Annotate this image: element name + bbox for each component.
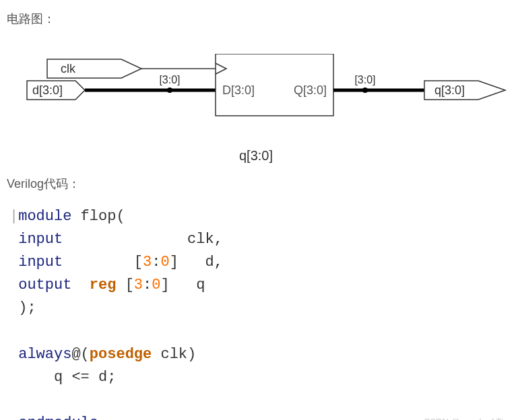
heading-code: Verilog代码：	[7, 176, 518, 192]
port-d-label: D[3:0]	[222, 83, 255, 97]
verilog-code: |module flop( input clk, input [3:0] d, …	[7, 205, 518, 420]
bus-out-label: [3:0]	[354, 74, 375, 85]
svg-point-4	[167, 88, 172, 93]
clk-label: clk	[61, 62, 76, 75]
watermark: CSDN @march of Time	[424, 417, 515, 420]
diagram-caption: q[3:0]	[7, 148, 505, 164]
circuit-diagram: clk d[3:0] [3:0] D[3:0] Q[3:0] [3:0] q[3…	[13, 54, 512, 135]
svg-point-7	[362, 88, 368, 93]
heading-diagram: 电路图：	[7, 11, 518, 27]
port-q-label: Q[3:0]	[294, 83, 327, 97]
q-label: q[3:0]	[434, 83, 465, 97]
bus-in-label: [3:0]	[159, 74, 180, 85]
d-label: d[3:0]	[32, 83, 63, 97]
